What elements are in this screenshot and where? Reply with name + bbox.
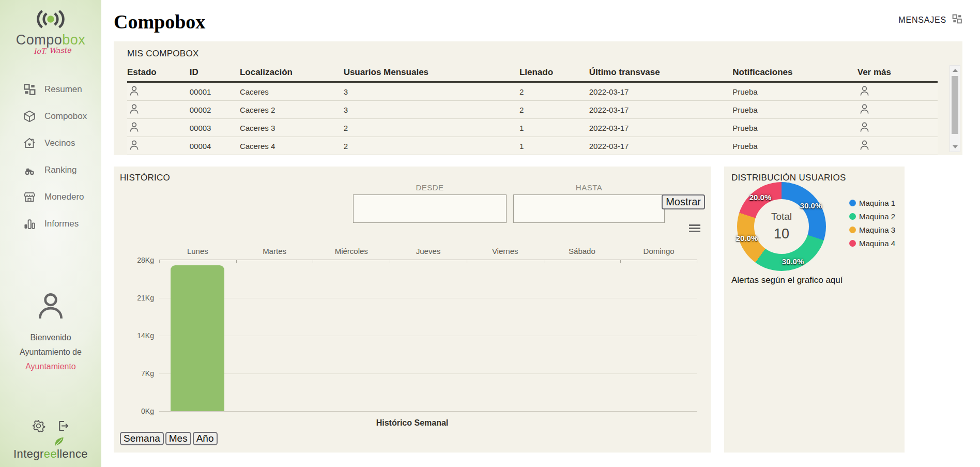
welcome-block: Bienvenido Ayuntamiento de Ayuntamiento bbox=[20, 290, 82, 374]
sidebar-item-label: Monedero bbox=[44, 192, 84, 202]
sidebar-item-label: Resumen bbox=[44, 84, 82, 95]
sidebar-item-vecinos[interactable]: Vecinos bbox=[23, 137, 101, 150]
estado-person-icon bbox=[128, 85, 140, 98]
cell-transvase: 2022-03-17 bbox=[589, 119, 733, 137]
gridline bbox=[159, 411, 697, 412]
cube-icon bbox=[23, 110, 36, 123]
cell-notificaciones: Prueba bbox=[732, 119, 857, 137]
mis-compobox-title: MIS COMPOBOX bbox=[127, 49, 962, 59]
period-button-mes[interactable]: Mes bbox=[165, 432, 191, 445]
sidebar-item-label: Compobox bbox=[44, 111, 87, 122]
cell-transvase: 2022-03-17 bbox=[589, 137, 733, 155]
welcome-user-name: Ayuntamiento bbox=[20, 359, 82, 374]
table-row: 00001Caceres322022-03-17Prueba bbox=[127, 82, 938, 101]
sidebar-item-ranking[interactable]: Ranking bbox=[23, 163, 101, 177]
table-row: 00002Caceres 2322022-03-17Prueba bbox=[127, 101, 938, 119]
chart-menu-icon[interactable] bbox=[689, 224, 700, 234]
logout-icon[interactable] bbox=[56, 419, 70, 435]
donut-legend: Maquina 1Maquina 2Maquina 3Maquina 4 bbox=[849, 199, 895, 252]
wifi-logo-icon bbox=[34, 8, 68, 30]
bar-chart-icon bbox=[23, 217, 36, 231]
desde-input[interactable] bbox=[353, 194, 507, 223]
legend-dot bbox=[849, 213, 856, 220]
column-header: Notificaciones bbox=[732, 65, 857, 82]
cell-transvase: 2022-03-17 bbox=[589, 101, 733, 119]
mis-compobox-panel: MIS COMPOBOX EstadoIDLocalizaciónUsuario… bbox=[114, 41, 962, 155]
compobox-table: EstadoIDLocalizaciónUsuarios MensualesLl… bbox=[127, 65, 938, 155]
period-button-año[interactable]: Año bbox=[193, 432, 218, 445]
sidebar-item-monedero[interactable]: Monedero bbox=[23, 190, 101, 204]
donut-pct-label: 30.0% bbox=[782, 257, 804, 266]
page-title: Compobox bbox=[114, 10, 205, 33]
donut-total-label: Total bbox=[771, 211, 792, 222]
table-scrollbar[interactable] bbox=[950, 65, 960, 152]
distribucion-panel: DISTRIBUCIÓN USUARIOS Total 10 30.0%30.0… bbox=[724, 167, 905, 453]
cell-transvase: 2022-03-17 bbox=[589, 82, 733, 101]
cell-id: 00004 bbox=[190, 137, 240, 155]
legend-label: Maquina 3 bbox=[859, 225, 895, 234]
cell-localizacion: Caceres 4 bbox=[240, 137, 344, 155]
cell-notificaciones: Prueba bbox=[732, 101, 857, 119]
legend-item: Maquina 4 bbox=[849, 239, 895, 248]
sidebar-item-informes[interactable]: Informes bbox=[23, 217, 101, 231]
bar-lunes[interactable] bbox=[171, 265, 224, 411]
hasta-label: HASTA bbox=[513, 183, 665, 192]
sidebar-item-resumen[interactable]: Resumen bbox=[23, 83, 101, 96]
ver-mas-icon[interactable] bbox=[859, 85, 870, 98]
mostrar-button[interactable]: Mostrar bbox=[662, 194, 705, 209]
column-header: Último transvase bbox=[589, 65, 733, 82]
ver-mas-icon[interactable] bbox=[859, 103, 870, 116]
column-header: Usuarios Mensuales bbox=[344, 65, 519, 82]
x-axis-day-label: Martes bbox=[236, 247, 313, 255]
scroll-up-arrow[interactable] bbox=[950, 67, 960, 74]
mensajes-label: MENSAJES bbox=[898, 16, 946, 25]
welcome-line: Bienvenido bbox=[20, 330, 82, 345]
house-heart-icon bbox=[23, 137, 36, 150]
historico-panel: HISTÓRICO DESDE HASTA Mostrar 28Kg21Kg14… bbox=[114, 167, 711, 453]
y-axis-tick-label: 0Kg bbox=[141, 407, 154, 415]
mensajes-button[interactable]: MENSAJES bbox=[898, 13, 962, 26]
app-logo: Compobox IoT. Waste bbox=[16, 8, 86, 55]
scrollbar-thumb[interactable] bbox=[952, 76, 958, 134]
x-axis-day-label: Sábado bbox=[544, 247, 621, 255]
sidebar-item-label: Vecinos bbox=[44, 138, 75, 148]
legend-item: Maquina 2 bbox=[849, 212, 895, 221]
sidebar-item-label: Ranking bbox=[44, 165, 76, 175]
column-header: Localización bbox=[240, 65, 344, 82]
table-row: 00004Caceres 4212022-03-17Prueba bbox=[127, 137, 938, 155]
chart-column: Lunes bbox=[159, 260, 236, 411]
y-axis-tick-label: 14Kg bbox=[137, 332, 154, 340]
cell-llenado: 1 bbox=[519, 119, 589, 137]
scroll-down-arrow[interactable] bbox=[950, 143, 960, 150]
settings-gear-icon[interactable] bbox=[32, 419, 45, 435]
historico-title: HISTÓRICO bbox=[120, 173, 170, 183]
cell-llenado: 2 bbox=[519, 101, 589, 119]
ver-mas-icon[interactable] bbox=[859, 121, 870, 134]
cell-localizacion: Caceres 2 bbox=[240, 101, 344, 119]
cell-id: 00003 bbox=[190, 119, 240, 137]
sidebar-nav: ResumenCompoboxVecinosRankingMonederoInf… bbox=[0, 83, 101, 244]
x-axis-day-label: Domingo bbox=[620, 247, 697, 255]
donut-pct-label: 20.0% bbox=[736, 234, 758, 243]
period-button-semana[interactable]: Semana bbox=[120, 432, 164, 445]
user-avatar-icon bbox=[35, 290, 67, 322]
column-header: Estado bbox=[127, 65, 190, 82]
cell-llenado: 2 bbox=[519, 82, 589, 101]
alert-text: Alertas según el grafico aquí bbox=[731, 275, 843, 285]
column-header: Ver más bbox=[858, 65, 938, 82]
welcome-line: Ayuntamiento de bbox=[20, 345, 82, 359]
store-icon bbox=[23, 190, 36, 204]
cell-notificaciones: Prueba bbox=[732, 137, 857, 155]
sidebar: Compobox IoT. Waste ResumenCompoboxVecin… bbox=[0, 0, 101, 467]
sidebar-item-compobox[interactable]: Compobox bbox=[23, 110, 101, 123]
leaf-icon bbox=[53, 436, 66, 447]
legend-label: Maquina 2 bbox=[859, 212, 895, 221]
cell-notificaciones: Prueba bbox=[732, 82, 857, 101]
donut-pct-label: 20.0% bbox=[749, 193, 772, 202]
y-axis-tick-label: 7Kg bbox=[141, 369, 154, 378]
ver-mas-icon[interactable] bbox=[859, 139, 870, 153]
hasta-input[interactable] bbox=[513, 194, 665, 223]
chart-column: Jueves bbox=[390, 260, 467, 411]
x-axis-day-label: Lunes bbox=[159, 247, 236, 255]
chart-column: Miércoles bbox=[313, 260, 390, 411]
